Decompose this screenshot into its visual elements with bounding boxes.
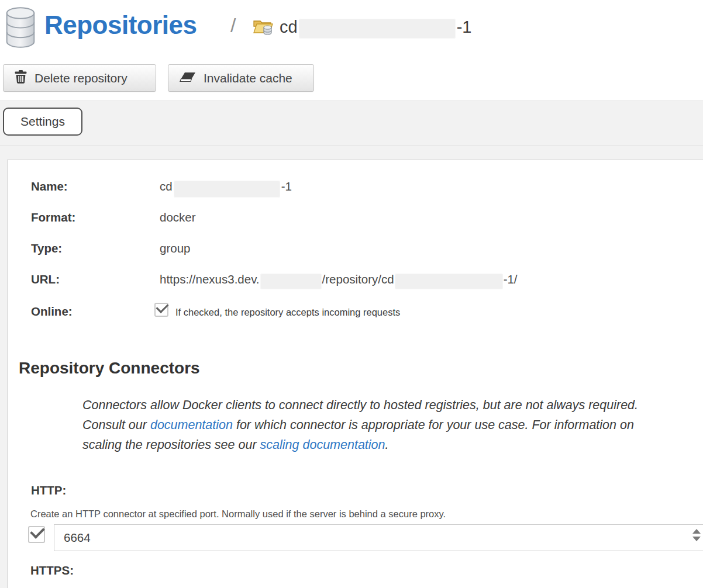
http-label: HTTP: [31,483,66,497]
online-label: Online: [31,305,73,319]
repository-connectors-heading: Repository Connectors [19,359,200,378]
breadcrumb-separator: / [230,14,236,37]
checkmark-icon [156,300,169,313]
breadcrumb-root-repositories[interactable]: Repositories [44,11,197,40]
tab-settings[interactable]: Settings [3,108,82,136]
url-value: https://nexus3.dev./repository/cd-1/ [160,272,518,289]
url-label: URL: [31,272,60,286]
trash-icon [15,70,27,87]
scaling-documentation-link[interactable]: scaling documentation [260,438,385,452]
checkmark-icon [30,524,44,538]
docker-group-folder-icon [253,18,274,39]
invalidate-cache-label: Invalidate cache [204,71,292,85]
online-help-text: If checked, the repository accepts incom… [175,307,400,318]
invalidate-cache-button[interactable]: Invalidate cache [168,64,314,92]
breadcrumb-repo-name: cd-1 [280,15,471,39]
type-label: Type: [31,241,62,255]
format-value: docker [160,210,196,224]
delete-repository-label: Delete repository [35,71,127,85]
redacted-text [260,274,322,289]
repository-settings-screen: Repositories / cd-1 Delete r [0,0,703,588]
format-label: Format: [31,210,75,224]
redacted-text [299,19,456,39]
database-icon [5,7,36,50]
redacted-text [395,274,503,289]
stepper-up-icon[interactable] [692,529,701,534]
documentation-link[interactable]: documentation [150,418,233,432]
type-value: group [160,241,190,255]
https-label: HTTPS: [30,563,74,577]
redacted-text [174,181,280,198]
online-checkbox[interactable] [154,303,168,317]
connectors-intro-text: Connectors allow Docker clients to conne… [82,395,639,455]
port-stepper[interactable] [692,529,702,547]
tab-settings-label: Settings [20,115,65,129]
delete-repository-button[interactable]: Delete repository [3,64,156,92]
http-connector-checkbox[interactable] [28,526,45,543]
stepper-down-icon[interactable] [692,537,701,541]
http-port-input[interactable] [54,524,703,551]
tab-strip [0,101,703,146]
repo-name-prefix: cd [280,18,298,37]
http-help-text: Create an HTTP connector at specified po… [30,509,446,520]
eraser-icon [180,71,196,85]
name-value: cd-1 [160,179,292,198]
name-label: Name: [31,179,68,193]
repo-name-suffix: -1 [457,18,472,37]
